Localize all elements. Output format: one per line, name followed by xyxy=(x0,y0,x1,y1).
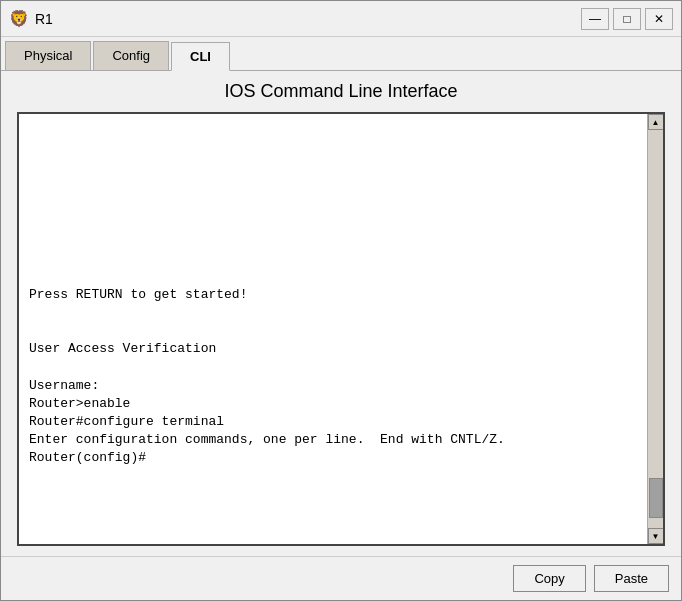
title-bar-left: 🦁 R1 xyxy=(9,9,53,29)
minimize-button[interactable]: — xyxy=(581,8,609,30)
tab-config[interactable]: Config xyxy=(93,41,169,70)
maximize-button[interactable]: □ xyxy=(613,8,641,30)
bottom-bar: Copy Paste xyxy=(1,556,681,600)
scrollbar-thumb[interactable] xyxy=(649,478,663,518)
scrollbar-up-arrow[interactable]: ▲ xyxy=(648,114,664,130)
terminal-scrollbar[interactable]: ▲ ▼ xyxy=(647,114,663,544)
content-area: IOS Command Line Interface Press RETURN … xyxy=(1,71,681,556)
close-button[interactable]: ✕ xyxy=(645,8,673,30)
app-icon: 🦁 xyxy=(9,9,29,29)
tab-bar: Physical Config CLI xyxy=(1,37,681,71)
title-bar: 🦁 R1 — □ ✕ xyxy=(1,1,681,37)
terminal-output[interactable]: Press RETURN to get started! User Access… xyxy=(19,114,647,544)
main-window: 🦁 R1 — □ ✕ Physical Config CLI IOS Comma… xyxy=(0,0,682,601)
paste-button[interactable]: Paste xyxy=(594,565,669,592)
copy-button[interactable]: Copy xyxy=(513,565,585,592)
window-title: R1 xyxy=(35,11,53,27)
scrollbar-track[interactable] xyxy=(648,130,663,528)
section-title: IOS Command Line Interface xyxy=(17,81,665,102)
scrollbar-down-arrow[interactable]: ▼ xyxy=(648,528,664,544)
tab-cli[interactable]: CLI xyxy=(171,42,230,71)
terminal-container: Press RETURN to get started! User Access… xyxy=(17,112,665,546)
window-controls: — □ ✕ xyxy=(581,8,673,30)
tab-physical[interactable]: Physical xyxy=(5,41,91,70)
